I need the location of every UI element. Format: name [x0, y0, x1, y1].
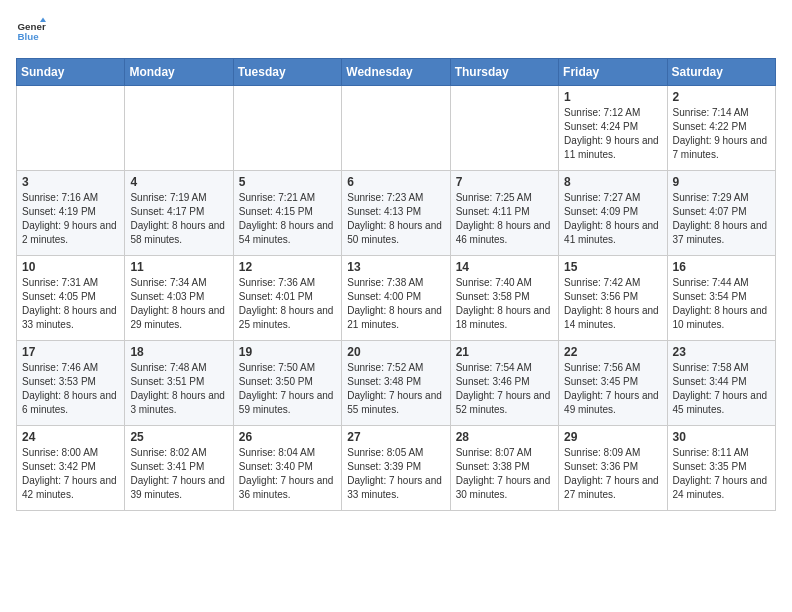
day-number: 26 — [239, 430, 336, 444]
calendar-cell: 11Sunrise: 7:34 AM Sunset: 4:03 PM Dayli… — [125, 256, 233, 341]
svg-marker-2 — [40, 18, 46, 23]
day-info: Sunrise: 7:44 AM Sunset: 3:54 PM Dayligh… — [673, 276, 770, 332]
day-number: 30 — [673, 430, 770, 444]
day-info: Sunrise: 8:05 AM Sunset: 3:39 PM Dayligh… — [347, 446, 444, 502]
calendar-cell: 26Sunrise: 8:04 AM Sunset: 3:40 PM Dayli… — [233, 426, 341, 511]
calendar-cell: 15Sunrise: 7:42 AM Sunset: 3:56 PM Dayli… — [559, 256, 667, 341]
header-wednesday: Wednesday — [342, 59, 450, 86]
calendar-cell: 2Sunrise: 7:14 AM Sunset: 4:22 PM Daylig… — [667, 86, 775, 171]
day-info: Sunrise: 7:40 AM Sunset: 3:58 PM Dayligh… — [456, 276, 553, 332]
calendar-cell — [233, 86, 341, 171]
day-info: Sunrise: 7:56 AM Sunset: 3:45 PM Dayligh… — [564, 361, 661, 417]
calendar-cell — [450, 86, 558, 171]
calendar-cell: 14Sunrise: 7:40 AM Sunset: 3:58 PM Dayli… — [450, 256, 558, 341]
day-info: Sunrise: 7:52 AM Sunset: 3:48 PM Dayligh… — [347, 361, 444, 417]
calendar-cell: 24Sunrise: 8:00 AM Sunset: 3:42 PM Dayli… — [17, 426, 125, 511]
day-number: 15 — [564, 260, 661, 274]
day-info: Sunrise: 7:48 AM Sunset: 3:51 PM Dayligh… — [130, 361, 227, 417]
day-number: 24 — [22, 430, 119, 444]
week-row-2: 10Sunrise: 7:31 AM Sunset: 4:05 PM Dayli… — [17, 256, 776, 341]
day-number: 25 — [130, 430, 227, 444]
day-number: 9 — [673, 175, 770, 189]
calendar-cell: 29Sunrise: 8:09 AM Sunset: 3:36 PM Dayli… — [559, 426, 667, 511]
day-info: Sunrise: 7:27 AM Sunset: 4:09 PM Dayligh… — [564, 191, 661, 247]
day-number: 3 — [22, 175, 119, 189]
calendar-cell — [17, 86, 125, 171]
day-info: Sunrise: 7:58 AM Sunset: 3:44 PM Dayligh… — [673, 361, 770, 417]
week-row-0: 1Sunrise: 7:12 AM Sunset: 4:24 PM Daylig… — [17, 86, 776, 171]
day-number: 12 — [239, 260, 336, 274]
day-info: Sunrise: 8:09 AM Sunset: 3:36 PM Dayligh… — [564, 446, 661, 502]
header-tuesday: Tuesday — [233, 59, 341, 86]
calendar-cell: 4Sunrise: 7:19 AM Sunset: 4:17 PM Daylig… — [125, 171, 233, 256]
day-number: 22 — [564, 345, 661, 359]
day-number: 27 — [347, 430, 444, 444]
header-monday: Monday — [125, 59, 233, 86]
svg-text:Blue: Blue — [18, 31, 40, 42]
day-info: Sunrise: 8:07 AM Sunset: 3:38 PM Dayligh… — [456, 446, 553, 502]
day-number: 4 — [130, 175, 227, 189]
svg-text:General: General — [18, 21, 47, 32]
day-number: 28 — [456, 430, 553, 444]
day-info: Sunrise: 8:00 AM Sunset: 3:42 PM Dayligh… — [22, 446, 119, 502]
day-info: Sunrise: 7:38 AM Sunset: 4:00 PM Dayligh… — [347, 276, 444, 332]
day-info: Sunrise: 7:12 AM Sunset: 4:24 PM Dayligh… — [564, 106, 661, 162]
day-number: 21 — [456, 345, 553, 359]
header-saturday: Saturday — [667, 59, 775, 86]
day-number: 6 — [347, 175, 444, 189]
day-info: Sunrise: 7:36 AM Sunset: 4:01 PM Dayligh… — [239, 276, 336, 332]
calendar-cell: 12Sunrise: 7:36 AM Sunset: 4:01 PM Dayli… — [233, 256, 341, 341]
week-row-3: 17Sunrise: 7:46 AM Sunset: 3:53 PM Dayli… — [17, 341, 776, 426]
calendar-cell: 16Sunrise: 7:44 AM Sunset: 3:54 PM Dayli… — [667, 256, 775, 341]
calendar-cell: 6Sunrise: 7:23 AM Sunset: 4:13 PM Daylig… — [342, 171, 450, 256]
day-number: 1 — [564, 90, 661, 104]
day-number: 17 — [22, 345, 119, 359]
calendar-cell: 27Sunrise: 8:05 AM Sunset: 3:39 PM Dayli… — [342, 426, 450, 511]
header-thursday: Thursday — [450, 59, 558, 86]
logo: General Blue — [16, 16, 46, 46]
day-number: 5 — [239, 175, 336, 189]
header-sunday: Sunday — [17, 59, 125, 86]
calendar-cell — [342, 86, 450, 171]
calendar-cell: 23Sunrise: 7:58 AM Sunset: 3:44 PM Dayli… — [667, 341, 775, 426]
day-info: Sunrise: 7:31 AM Sunset: 4:05 PM Dayligh… — [22, 276, 119, 332]
calendar-table: SundayMondayTuesdayWednesdayThursdayFrid… — [16, 58, 776, 511]
day-number: 10 — [22, 260, 119, 274]
calendar-header-row: SundayMondayTuesdayWednesdayThursdayFrid… — [17, 59, 776, 86]
calendar-cell: 8Sunrise: 7:27 AM Sunset: 4:09 PM Daylig… — [559, 171, 667, 256]
day-info: Sunrise: 7:42 AM Sunset: 3:56 PM Dayligh… — [564, 276, 661, 332]
day-info: Sunrise: 7:50 AM Sunset: 3:50 PM Dayligh… — [239, 361, 336, 417]
calendar-cell: 28Sunrise: 8:07 AM Sunset: 3:38 PM Dayli… — [450, 426, 558, 511]
day-info: Sunrise: 7:46 AM Sunset: 3:53 PM Dayligh… — [22, 361, 119, 417]
day-number: 20 — [347, 345, 444, 359]
calendar-cell: 5Sunrise: 7:21 AM Sunset: 4:15 PM Daylig… — [233, 171, 341, 256]
calendar-cell: 7Sunrise: 7:25 AM Sunset: 4:11 PM Daylig… — [450, 171, 558, 256]
calendar-cell: 18Sunrise: 7:48 AM Sunset: 3:51 PM Dayli… — [125, 341, 233, 426]
calendar-cell: 25Sunrise: 8:02 AM Sunset: 3:41 PM Dayli… — [125, 426, 233, 511]
logo-icon: General Blue — [16, 16, 46, 46]
week-row-1: 3Sunrise: 7:16 AM Sunset: 4:19 PM Daylig… — [17, 171, 776, 256]
calendar-cell: 22Sunrise: 7:56 AM Sunset: 3:45 PM Dayli… — [559, 341, 667, 426]
day-number: 16 — [673, 260, 770, 274]
header-friday: Friday — [559, 59, 667, 86]
day-info: Sunrise: 7:16 AM Sunset: 4:19 PM Dayligh… — [22, 191, 119, 247]
day-number: 13 — [347, 260, 444, 274]
day-info: Sunrise: 8:11 AM Sunset: 3:35 PM Dayligh… — [673, 446, 770, 502]
calendar-cell: 20Sunrise: 7:52 AM Sunset: 3:48 PM Dayli… — [342, 341, 450, 426]
day-info: Sunrise: 7:34 AM Sunset: 4:03 PM Dayligh… — [130, 276, 227, 332]
day-info: Sunrise: 7:54 AM Sunset: 3:46 PM Dayligh… — [456, 361, 553, 417]
day-number: 2 — [673, 90, 770, 104]
day-info: Sunrise: 7:25 AM Sunset: 4:11 PM Dayligh… — [456, 191, 553, 247]
day-number: 19 — [239, 345, 336, 359]
day-info: Sunrise: 7:23 AM Sunset: 4:13 PM Dayligh… — [347, 191, 444, 247]
calendar-cell: 1Sunrise: 7:12 AM Sunset: 4:24 PM Daylig… — [559, 86, 667, 171]
day-info: Sunrise: 7:29 AM Sunset: 4:07 PM Dayligh… — [673, 191, 770, 247]
day-number: 11 — [130, 260, 227, 274]
calendar-cell: 10Sunrise: 7:31 AM Sunset: 4:05 PM Dayli… — [17, 256, 125, 341]
day-info: Sunrise: 7:14 AM Sunset: 4:22 PM Dayligh… — [673, 106, 770, 162]
day-number: 18 — [130, 345, 227, 359]
calendar-cell: 9Sunrise: 7:29 AM Sunset: 4:07 PM Daylig… — [667, 171, 775, 256]
day-info: Sunrise: 7:21 AM Sunset: 4:15 PM Dayligh… — [239, 191, 336, 247]
calendar-cell: 13Sunrise: 7:38 AM Sunset: 4:00 PM Dayli… — [342, 256, 450, 341]
week-row-4: 24Sunrise: 8:00 AM Sunset: 3:42 PM Dayli… — [17, 426, 776, 511]
